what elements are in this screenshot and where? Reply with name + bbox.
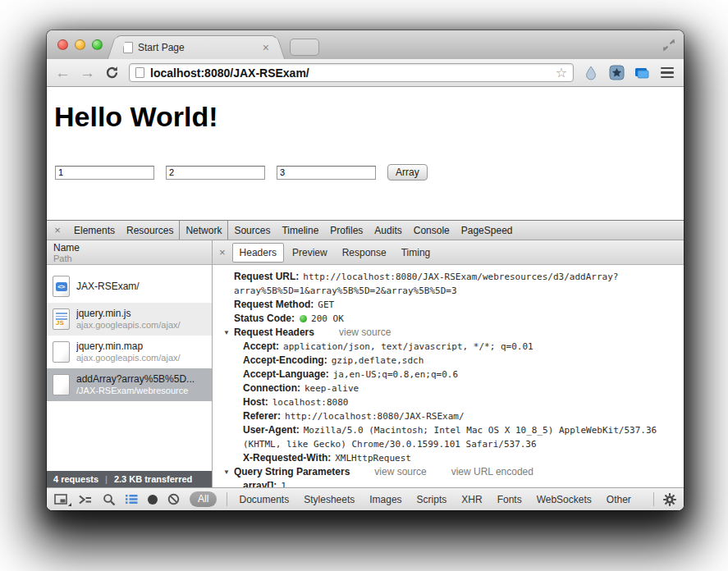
transferred-size: 2.3 KB transferred <box>114 474 192 484</box>
filter-xhr[interactable]: XHR <box>459 494 484 505</box>
minimize-window-button[interactable] <box>75 39 85 50</box>
request-detail-pane: × Headers Preview Response Timing Reques… <box>213 240 684 487</box>
filter-documents[interactable]: Documents <box>237 494 292 505</box>
requests-count: 4 requests <box>53 474 98 484</box>
inputs-row: Array <box>55 164 428 180</box>
tab-timeline[interactable]: Timeline <box>276 221 324 240</box>
star-extension-icon[interactable] <box>608 65 625 81</box>
view-source-link[interactable]: view source <box>374 466 426 477</box>
reload-icon[interactable] <box>104 65 120 80</box>
devtools-tabbar: × Elements Resources Network Sources Tim… <box>47 221 684 240</box>
browser-tab[interactable]: Start Page × <box>116 35 277 59</box>
request-row-jquery-map[interactable]: jquery.min.map ajax.googleapis.com/ajax/ <box>47 336 212 368</box>
sidebar-column-header[interactable]: Name Path <box>47 240 212 265</box>
droplet-extension-icon[interactable] <box>583 65 599 81</box>
devtools-bottom-toolbar: All Documents Stylesheets Images Scripts… <box>47 487 684 510</box>
clear-icon[interactable] <box>167 493 180 505</box>
number-input-1[interactable] <box>55 166 154 180</box>
filter-scripts[interactable]: Scripts <box>414 494 450 505</box>
header-line: Accept:application/json, text/javascript… <box>213 340 684 354</box>
filter-icon[interactable] <box>126 494 138 505</box>
array-button[interactable]: Array <box>387 164 428 180</box>
fullscreen-icon[interactable] <box>662 38 676 53</box>
header-line: Accept-Language:ja,en-US;q=0.8,en;q=0.6 <box>213 368 684 381</box>
disclosure-triangle-icon[interactable]: ▼ <box>223 465 230 479</box>
gear-icon[interactable] <box>663 493 676 506</box>
headers-content: Request URL:http://localhost:8080/JAX-RS… <box>213 265 684 487</box>
file-icon <box>53 341 70 363</box>
url-text[interactable]: localhost:8080/JAX-RSExam/ <box>150 66 550 80</box>
page-content: Hello World! Array <box>47 87 684 220</box>
request-row-jax-rsexam[interactable]: <> JAX-RSExam/ <box>47 270 212 303</box>
request-method-line: Request Method:GET <box>213 298 684 312</box>
traffic-lights <box>57 39 103 50</box>
status-separator: | <box>105 474 108 484</box>
pane-close-icon[interactable]: × <box>216 246 232 258</box>
bookmark-star-icon[interactable]: ☆ <box>556 66 567 80</box>
page-icon <box>135 67 144 78</box>
disclosure-triangle-icon[interactable]: ▼ <box>223 326 230 340</box>
subtab-response[interactable]: Response <box>336 244 393 262</box>
back-icon[interactable]: ← <box>55 65 71 81</box>
tab-sources[interactable]: Sources <box>228 221 276 240</box>
query-string-section: ▼Query String Parametersview sourceview … <box>213 465 684 479</box>
subtab-preview[interactable]: Preview <box>286 244 334 262</box>
zoom-window-button[interactable] <box>92 39 103 50</box>
close-window-button[interactable] <box>57 39 68 50</box>
new-tab-button[interactable] <box>290 39 319 56</box>
header-line: Referer:http://localhost:8080/JAX-RSExam… <box>213 409 684 423</box>
forward-icon[interactable]: → <box>80 65 95 81</box>
tab-profiles[interactable]: Profiles <box>324 221 369 240</box>
number-input-2[interactable] <box>166 166 265 180</box>
nav-toolbar: ← → localhost:8080/JAX-RSExam/ ☆ <box>47 59 684 87</box>
console-drawer-icon[interactable] <box>78 494 93 505</box>
tab-pagespeed[interactable]: PageSpeed <box>456 221 519 240</box>
tab-elements[interactable]: Elements <box>68 221 121 240</box>
tab-close-icon[interactable]: × <box>263 43 269 53</box>
network-sidebar: Name Path <> JAX-RSExam/ JS <box>47 240 213 487</box>
status-code-line: Status Code:200 OK <box>213 312 684 326</box>
filter-images[interactable]: Images <box>367 494 404 505</box>
request-row-jquery-js[interactable]: JS jquery.min.js ajax.googleapis.com/aja… <box>47 303 212 336</box>
address-bar[interactable]: localhost:8080/JAX-RSExam/ ☆ <box>129 63 574 82</box>
tab-resources[interactable]: Resources <box>121 221 179 240</box>
subtab-timing[interactable]: Timing <box>395 244 437 262</box>
request-list: <> JAX-RSExam/ JS jquery.min.js ajax.goo… <box>47 265 212 471</box>
browser-window: Start Page × ← → localhost:8080/JAX <box>47 30 684 510</box>
js-file-icon: JS <box>53 308 70 330</box>
filter-fonts[interactable]: Fonts <box>495 494 524 505</box>
view-url-encoded-link[interactable]: view URL encoded <box>451 466 533 477</box>
header-line: User-Agent:Mozilla/5.0 (Macintosh; Intel… <box>213 423 684 451</box>
tab-favicon-icon <box>123 42 133 53</box>
record-icon[interactable] <box>148 495 158 505</box>
tab-audits[interactable]: Audits <box>369 221 407 240</box>
query-param-line: array[]:1 <box>213 479 684 487</box>
column-path-label: Path <box>53 254 212 263</box>
dock-icon[interactable] <box>54 494 68 505</box>
devtools-close-icon[interactable]: × <box>47 221 68 240</box>
header-line: Connection:keep-alive <box>213 381 684 395</box>
html-file-icon: <> <box>53 276 70 297</box>
network-status-bar: 4 requests | 2.3 KB transferred <box>47 471 212 487</box>
subtab-headers[interactable]: Headers <box>232 243 284 263</box>
filter-stylesheets[interactable]: Stylesheets <box>301 494 357 505</box>
tab-network[interactable]: Network <box>179 221 228 240</box>
search-icon[interactable] <box>103 493 116 506</box>
request-row-addarray[interactable]: addArray?array%5B%5D... /JAX-RSExam/webr… <box>47 368 212 401</box>
request-url-line: Request URL:http://localhost:8080/JAX-RS… <box>213 270 684 298</box>
menu-icon[interactable] <box>659 66 675 80</box>
header-line: Host:localhost:8080 <box>213 395 684 409</box>
column-name-label: Name <box>53 242 212 254</box>
header-line: X-Requested-With:XMLHttpRequest <box>213 451 684 465</box>
filter-other[interactable]: Other <box>604 494 634 505</box>
file-icon <box>53 374 70 395</box>
title-bar: Start Page × <box>47 30 684 59</box>
tab-console[interactable]: Console <box>408 221 456 240</box>
header-line: Accept-Encoding:gzip,deflate,sdch <box>213 354 684 368</box>
filter-websockets[interactable]: WebSockets <box>534 494 594 505</box>
filter-all-button[interactable]: All <box>190 491 217 507</box>
page-heading: Hello World! <box>54 101 218 133</box>
view-source-link[interactable]: view source <box>339 327 391 338</box>
number-input-3[interactable] <box>277 166 376 180</box>
folder-extension-icon[interactable] <box>634 65 650 81</box>
